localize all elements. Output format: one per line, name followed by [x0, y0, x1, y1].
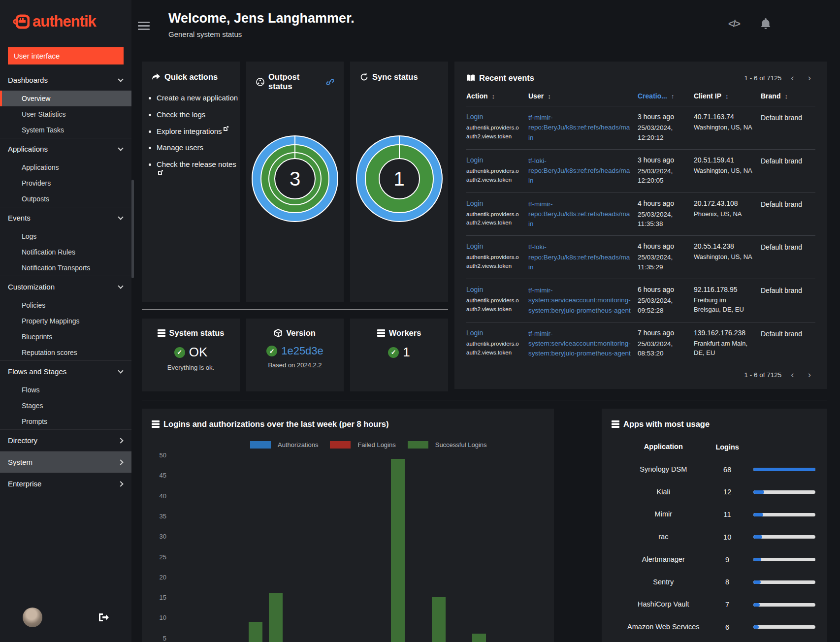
sort-icon[interactable]: ↕: [548, 93, 551, 100]
event-user-link[interactable]: tf-mimir-system:serviceaccount:monitorin…: [528, 329, 631, 359]
sidebar-item-logs[interactable]: Logs: [0, 228, 131, 244]
sidebar-item-notification-rules[interactable]: Notification Rules: [0, 244, 131, 260]
nav-section-dashboards: Dashboards Overview User Statistics Syst…: [0, 69, 131, 138]
apps-column-application: Application: [618, 442, 709, 452]
link-icon[interactable]: [326, 78, 334, 86]
event-row: Loginauthentik.providers.oauth2.views.to…: [466, 279, 815, 322]
event-user-link[interactable]: tf-mimir-repo:BeryJu/k8s:ref:refs/heads/…: [528, 113, 631, 143]
sidebar-section-customization[interactable]: Customization: [0, 276, 131, 297]
logins-chart-title: Logins and authorizations over the last …: [163, 419, 389, 429]
sidebar-section-system[interactable]: System: [0, 451, 131, 473]
outpost-count: 3: [290, 168, 300, 190]
events-pagination-top: 1 - 6 of 7125 ‹ ›: [744, 72, 815, 83]
bar-successful-logins: [391, 459, 405, 642]
sidebar-section-directory[interactable]: Directory: [0, 430, 131, 451]
sidebar-item-providers[interactable]: Providers: [0, 175, 131, 191]
pagination-next-icon[interactable]: ›: [804, 369, 815, 380]
sidebar-item-blueprints[interactable]: Blueprints: [0, 329, 131, 345]
chevron-right-icon: [118, 481, 123, 486]
sidebar-item-user-statistics[interactable]: User Statistics: [0, 106, 131, 122]
hamburger-menu-icon[interactable]: [138, 20, 150, 32]
logo[interactable]: authentik: [0, 0, 131, 40]
sidebar-nav: Dashboards Overview User Statistics Syst…: [0, 69, 131, 600]
sidebar-item-flows[interactable]: Flows: [0, 382, 131, 398]
event-action-link[interactable]: Login: [466, 156, 521, 164]
legend-label-failed-logins: Failed Logins: [357, 441, 395, 449]
sidebar-item-property-mappings[interactable]: Property Mappings: [0, 313, 131, 329]
sidebar-item-notification-transports[interactable]: Notification Transports: [0, 260, 131, 276]
y-tick-label: 45: [149, 472, 166, 479]
workers-title: Workers: [389, 328, 421, 338]
authentik-logo-icon: [13, 14, 30, 29]
app-usage-row: rac 10: [618, 532, 815, 543]
quick-actions-title: Quick actions: [164, 72, 218, 82]
pagination-prev-icon[interactable]: ‹: [786, 369, 798, 380]
column-header-user[interactable]: User↕: [528, 92, 631, 106]
sidebar-item-outposts[interactable]: Outposts: [0, 191, 131, 207]
sidebar-section-dashboards[interactable]: Dashboards: [0, 69, 131, 91]
sidebar-section-events[interactable]: Events: [0, 207, 131, 228]
sidebar-item-stages[interactable]: Stages: [0, 398, 131, 414]
api-code-icon[interactable]: </>: [728, 18, 740, 30]
event-action-link[interactable]: Login: [466, 199, 521, 207]
app-usage-row: Kiali 12: [618, 487, 815, 498]
sort-icon[interactable]: ↕: [784, 93, 788, 100]
sidebar-section-applications[interactable]: Applications: [0, 138, 131, 160]
version-card: Version ✓ 1e25d3e Based on 2024.2.2: [246, 319, 344, 391]
sign-out-icon[interactable]: [98, 613, 109, 622]
quick-action-release-notes[interactable]: Check the release notes: [157, 160, 236, 168]
usage-progress-bar: [753, 558, 815, 561]
quick-action-create-application[interactable]: Create a new application: [157, 94, 238, 102]
sidebar-item-overview[interactable]: Overview: [0, 91, 131, 106]
event-action-link[interactable]: Login: [466, 242, 521, 250]
system-status-card: System status ✓ OK Everything is ok.: [142, 319, 240, 391]
usage-progress-bar: [753, 625, 815, 629]
chevron-right-icon: [118, 438, 123, 443]
sidebar-item-reputation-scores[interactable]: Reputation scores: [0, 345, 131, 360]
sidebar-item-policies[interactable]: Policies: [0, 297, 131, 313]
nav-section-customization: Customization Policies Property Mappings…: [0, 276, 131, 360]
bar-successful-logins: [472, 634, 486, 642]
sort-asc-icon[interactable]: ↑: [671, 93, 675, 100]
quick-action-explore-integrations[interactable]: Explore integrations: [157, 127, 222, 135]
bar-successful-logins: [249, 622, 262, 642]
sort-icon[interactable]: ↕: [492, 93, 495, 100]
sidebar-scrollbar-thumb[interactable]: [131, 180, 134, 278]
pagination-label: 1 - 6 of 7125: [744, 74, 782, 82]
event-action-link[interactable]: Login: [466, 113, 521, 121]
user-interface-button[interactable]: User interface: [8, 47, 124, 64]
column-header-client-ip[interactable]: Client IP↕: [694, 92, 754, 106]
sort-icon[interactable]: ↕: [725, 93, 729, 100]
event-user-link[interactable]: tf-mimir-repo:BeryJu/k8s:ref:refs/heads/…: [528, 199, 631, 229]
pagination-next-icon[interactable]: ›: [804, 72, 815, 83]
pagination-prev-icon[interactable]: ‹: [786, 72, 798, 83]
event-action-link[interactable]: Login: [466, 286, 521, 293]
column-header-brand[interactable]: Brand↕: [761, 92, 808, 106]
column-header-creation[interactable]: Creatio...↑: [638, 92, 687, 106]
version-commit-link[interactable]: 1e25d3e: [281, 345, 323, 357]
authentik-admin-dashboard: authentik User interface Dashboards Over…: [0, 0, 840, 642]
avatar[interactable]: [23, 608, 42, 627]
sidebar-section-flows-and-stages[interactable]: Flows and Stages: [0, 361, 131, 382]
event-user-link[interactable]: tf-loki-repo:BeryJu/k8s:ref:refs/heads/m…: [528, 242, 631, 272]
y-tick-label: 25: [149, 553, 166, 561]
event-action-link[interactable]: Login: [466, 329, 521, 337]
sidebar-item-prompts[interactable]: Prompts: [0, 414, 131, 429]
event-user-link[interactable]: tf-mimir-system:serviceaccount:monitorin…: [528, 286, 631, 316]
page-subtitle: General system status: [168, 30, 242, 38]
bar-successful-logins: [432, 597, 446, 642]
app-usage-row: Amazon Web Services 6: [618, 622, 815, 633]
recent-events-title: Recent events: [479, 73, 534, 83]
column-header-action[interactable]: Action↕: [466, 92, 521, 106]
sidebar-item-system-tasks[interactable]: System Tasks: [0, 122, 131, 138]
server-icon: [158, 329, 165, 337]
sidebar-item-applications[interactable]: Applications: [0, 160, 131, 175]
y-tick-label: 20: [149, 574, 166, 581]
page-title: Welcome, Jens Langhammer.: [168, 11, 355, 26]
sidebar-section-enterprise[interactable]: Enterprise: [0, 473, 131, 494]
quick-action-check-logs[interactable]: Check the logs: [157, 110, 205, 119]
notifications-bell-icon[interactable]: [760, 18, 771, 30]
event-user-link[interactable]: tf-loki-repo:BeryJu/k8s:ref:refs/heads/m…: [528, 156, 631, 186]
quick-action-manage-users[interactable]: Manage users: [157, 143, 203, 152]
legend-swatch-authorizations: [250, 441, 271, 449]
